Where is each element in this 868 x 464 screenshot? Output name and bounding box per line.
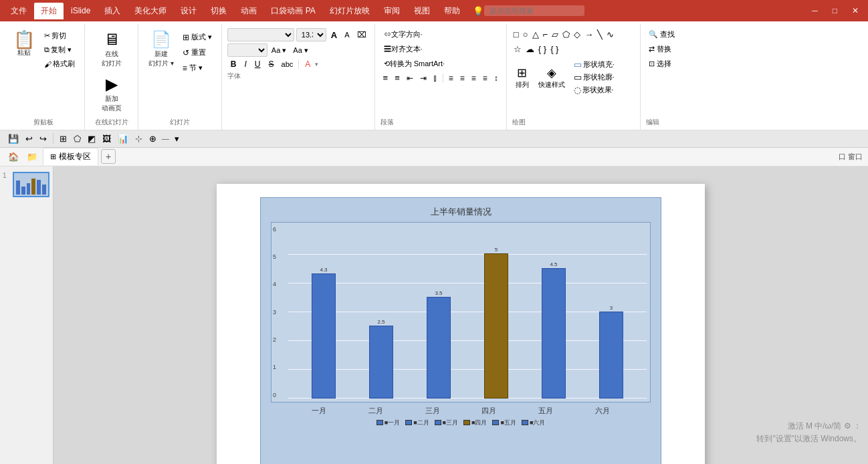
increase-indent-btn[interactable]: ⇥	[417, 73, 429, 84]
photo-btn[interactable]: 🖼	[100, 132, 114, 145]
insert-tab[interactable]: 插入	[98, 3, 127, 19]
text-direction-btn[interactable]: ⇔文字方向·	[381, 28, 426, 41]
add-tab-btn[interactable]: +	[101, 149, 116, 164]
zoom-btn[interactable]: ⊕	[146, 132, 159, 145]
cut-btn[interactable]: ✂ 剪切	[41, 29, 78, 42]
arrange-btn[interactable]: ⊞ 排列	[512, 64, 532, 92]
shape-triangle-icon[interactable]: △	[531, 28, 540, 41]
font-color2-btn[interactable]: A	[302, 59, 314, 70]
justify-btn[interactable]: ≡	[480, 73, 490, 84]
slide-preview[interactable]	[13, 172, 49, 197]
home-tab[interactable]: 开始	[34, 3, 64, 19]
nav-file-icon[interactable]: 📁	[24, 150, 40, 163]
numbered-list-btn[interactable]: ≡	[392, 72, 403, 84]
new-animation-btn[interactable]: ▶ 新加 动画页	[98, 73, 125, 115]
shape-arrow-icon[interactable]: →	[583, 28, 594, 41]
underline-btn[interactable]: U	[251, 59, 264, 70]
columns-btn[interactable]: ⫿	[431, 73, 440, 84]
italic-btn[interactable]: I	[241, 59, 250, 70]
bar-sanyue[interactable]: 3.5	[424, 290, 454, 398]
bar-eryue[interactable]: 2.5	[366, 319, 397, 398]
decrease-font-btn[interactable]: A	[342, 30, 352, 39]
shape-more-icon[interactable]: { }	[549, 43, 560, 55]
copy-btn[interactable]: ⧉ 复制 ▾	[41, 43, 78, 56]
bullet-list-btn[interactable]: ≡	[381, 72, 391, 84]
shape-pentagon-icon[interactable]: ⬠	[561, 28, 571, 41]
font-name2-select[interactable]	[227, 43, 267, 57]
view-btn[interactable]: ◩	[85, 132, 98, 145]
replace-btn[interactable]: ⇄替换	[646, 43, 677, 55]
table-btn[interactable]: ⊞	[57, 132, 70, 145]
close-btn[interactable]: ✕	[847, 5, 864, 17]
bar-yiyue[interactable]: 4.3	[309, 267, 339, 398]
shape-fill-btn[interactable]: ▭形状填充·	[571, 59, 617, 70]
format-brush-btn[interactable]: 🖌 格式刷	[41, 57, 78, 70]
align-text-btn[interactable]: ☰对齐文本·	[381, 43, 426, 55]
shape-circle-icon[interactable]: ○	[522, 28, 530, 41]
char-spacing-btn[interactable]: Aa ▾	[290, 45, 311, 55]
shadow-btn[interactable]: abc	[279, 60, 296, 69]
pa-tab[interactable]: 口袋动画 PA	[264, 3, 322, 19]
quick-style-btn[interactable]: ◈ 快速样式	[535, 64, 568, 92]
bar-siyue[interactable]: 5	[481, 247, 512, 398]
select-btn[interactable]: ⊡选择	[646, 57, 677, 70]
align-right-btn[interactable]: ≡	[469, 73, 479, 84]
save-btn[interactable]: 💾	[5, 132, 21, 145]
convert-smartart-btn[interactable]: ⟲转换为 SmartArt·	[381, 57, 449, 70]
help-tab[interactable]: 帮助	[437, 3, 467, 19]
find-btn[interactable]: 🔍查找	[646, 28, 677, 41]
bar-liuyue[interactable]: 3	[596, 305, 627, 398]
slide-thumbnail[interactable]: 1	[3, 172, 50, 197]
font-size-select[interactable]: 13.3	[296, 28, 326, 41]
islide-tab[interactable]: iSlide	[64, 3, 97, 18]
align-left-btn[interactable]: ≡	[446, 73, 456, 84]
online-slides-btn[interactable]: 🖥 在线 幻灯片	[98, 28, 125, 70]
paste-btn[interactable]: 📋 粘贴	[9, 28, 39, 60]
decrease-indent-btn[interactable]: ⇤	[404, 73, 416, 84]
shape-effect-btn[interactable]: ◌形状效果·	[571, 84, 617, 96]
more-tools-btn[interactable]: ▾	[172, 132, 182, 145]
beautify-tab[interactable]: 美化大师	[128, 3, 173, 19]
line-spacing-btn[interactable]: ↕	[492, 73, 501, 84]
shape-diamond-icon[interactable]: ◇	[572, 28, 582, 41]
chart-container[interactable]: 上半年销量情况 0 1 2 3 4 5 6	[260, 197, 661, 464]
bar-wuyue[interactable]: 4.5	[539, 261, 569, 398]
template-tab[interactable]: ⊞ 模板专区	[43, 148, 98, 165]
review-tab[interactable]: 审阅	[377, 3, 407, 19]
search-input[interactable]	[484, 5, 584, 16]
bold-btn[interactable]: B	[227, 59, 240, 70]
minimize-btn[interactable]: ─	[806, 5, 823, 17]
increase-font-btn[interactable]: A	[328, 29, 340, 41]
design-tab[interactable]: 设计	[174, 3, 203, 19]
redo-btn[interactable]: ↪	[37, 132, 49, 145]
shape-star-icon[interactable]: ☆	[512, 43, 523, 55]
new-slide-btn[interactable]: 📄 新建 幻灯片 ▾	[145, 28, 177, 70]
shape-line-icon[interactable]: ╲	[596, 28, 604, 41]
slideshow-tab[interactable]: 幻灯片放映	[323, 3, 376, 19]
align-center-btn[interactable]: ≡	[457, 73, 467, 84]
shape-curve-icon[interactable]: ∿	[605, 28, 615, 41]
font-name-select[interactable]	[227, 28, 294, 41]
shape-right-angle-icon[interactable]: ⌐	[542, 28, 550, 41]
switch-tab[interactable]: 切换	[204, 3, 233, 19]
shape-parallelogram-icon[interactable]: ▱	[550, 28, 560, 41]
slide-canvas[interactable]: 上半年销量情况 0 1 2 3 4 5 6	[217, 184, 705, 464]
section-btn[interactable]: ≡节 ▾	[180, 62, 215, 74]
strikethrough-btn[interactable]: S	[265, 59, 278, 70]
maximize-btn[interactable]: □	[827, 5, 843, 17]
file-menu[interactable]: 文件	[4, 3, 33, 19]
chart-btn[interactable]: 📊	[115, 132, 131, 145]
undo-btn[interactable]: ↩	[23, 132, 35, 145]
shape-square-icon[interactable]: □	[512, 28, 520, 41]
shape-brace-icon[interactable]: { }	[537, 43, 548, 55]
clear-format-btn[interactable]: ⌧	[354, 29, 369, 40]
shape-cloud-icon[interactable]: ☁	[524, 43, 536, 55]
nav-folder-icon[interactable]: 🏠	[5, 150, 21, 163]
font-color-btn[interactable]: Aa ▾	[269, 45, 290, 55]
reset-btn[interactable]: ↺重置	[180, 46, 215, 59]
animation-tab[interactable]: 动画	[234, 3, 263, 19]
shape-outline-btn[interactable]: ▭形状轮廓·	[571, 72, 617, 83]
view-tab[interactable]: 视图	[407, 3, 437, 19]
shape-btn[interactable]: ⬠	[71, 132, 84, 145]
layout-btn[interactable]: ⊞版式 ▾	[180, 31, 215, 43]
